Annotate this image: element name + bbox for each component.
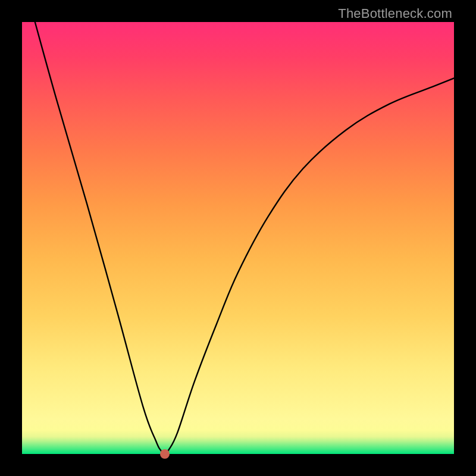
plot-area bbox=[22, 22, 454, 454]
curve-layer bbox=[22, 22, 454, 454]
bottleneck-curve-path bbox=[35, 22, 454, 454]
chart-frame: TheBottleneck.com bbox=[0, 0, 476, 476]
watermark-text: TheBottleneck.com bbox=[338, 6, 452, 21]
marker-dot bbox=[160, 449, 170, 459]
